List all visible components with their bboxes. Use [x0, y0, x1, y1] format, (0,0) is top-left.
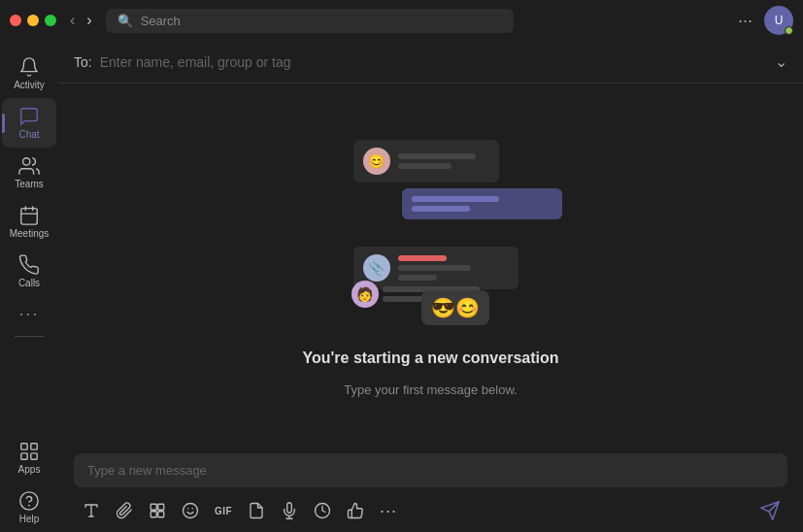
chat-icon — [18, 106, 40, 127]
svg-rect-13 — [151, 512, 156, 517]
to-label: To: — [74, 54, 92, 70]
sidebar-item-calls[interactable]: Calls — [2, 247, 56, 296]
minimize-button[interactable] — [27, 15, 39, 26]
loop-button[interactable] — [142, 495, 173, 526]
to-input[interactable] — [100, 54, 767, 70]
message-input[interactable] — [87, 463, 774, 478]
sidebar-item-help[interactable]: Help — [2, 482, 56, 532]
toolbar-more-button[interactable]: ··· — [373, 495, 404, 526]
illustration-bubble-1: 😊 — [353, 140, 499, 183]
illustration-avatar-3: 🧑 — [351, 281, 379, 308]
bubble-line — [398, 153, 476, 159]
sidebar: Activity Chat Teams — [0, 0, 58, 532]
forward-arrow[interactable]: › — [83, 10, 95, 31]
sidebar-label-chat: Chat — [18, 129, 39, 140]
svg-rect-14 — [158, 512, 164, 517]
conversation-area: 😊 📎 — [58, 83, 803, 444]
sidebar-label-teams: Teams — [15, 179, 43, 189]
illustration-avatar-2: 📎 — [363, 254, 390, 282]
illustration-emoji-bubble: 😎😊 — [421, 290, 489, 325]
sidebar-item-meetings[interactable]: Meetings — [2, 197, 56, 247]
maximize-button[interactable] — [45, 15, 56, 26]
bubble-line — [412, 206, 470, 212]
bell-icon — [18, 56, 40, 78]
calendar-icon — [18, 205, 40, 226]
sidebar-label-calls: Calls — [18, 278, 40, 288]
avatar[interactable]: U — [764, 6, 793, 35]
svg-point-15 — [184, 504, 198, 518]
svg-rect-12 — [158, 504, 164, 510]
search-bar[interactable]: 🔍 — [106, 9, 514, 33]
chevron-down-icon[interactable]: ⌄ — [775, 52, 787, 71]
send-button[interactable] — [754, 495, 786, 526]
svg-rect-5 — [21, 444, 27, 449]
sidebar-item-activity[interactable]: Activity — [2, 49, 56, 98]
traffic-lights — [10, 15, 56, 26]
phone-icon — [18, 254, 40, 276]
bubble-line — [398, 255, 447, 261]
svg-rect-1 — [21, 209, 38, 225]
main-content: To: ⌄ 😊 — [58, 41, 803, 532]
status-indicator — [785, 26, 793, 35]
attach-button[interactable] — [109, 495, 140, 526]
sidebar-item-apps[interactable]: Apps — [2, 433, 56, 482]
chat-illustration: 😊 📎 — [324, 130, 538, 324]
sidebar-label-meetings: Meetings — [10, 228, 50, 239]
svg-rect-7 — [21, 453, 27, 459]
sidebar-item-chat[interactable]: Chat — [2, 98, 56, 148]
sidebar-label-apps: Apps — [18, 464, 41, 475]
illustration-emoji: 😎😊 — [431, 296, 480, 319]
titlebar: ‹ › 🔍 ··· U — [0, 0, 803, 41]
svg-point-0 — [23, 158, 30, 165]
conversation-title: You're starting a new conversation — [302, 349, 558, 367]
sticker-button[interactable] — [241, 495, 272, 526]
sidebar-label-help: Help — [19, 514, 40, 524]
teams-icon — [18, 155, 40, 177]
svg-rect-8 — [31, 453, 37, 459]
bubble-line — [412, 196, 499, 202]
like-button[interactable] — [340, 495, 371, 526]
to-header: To: ⌄ — [58, 41, 803, 83]
search-icon: 🔍 — [117, 14, 133, 28]
format-button[interactable] — [76, 495, 107, 526]
illustration-bubble-2 — [402, 188, 562, 219]
conversation-subtitle: Type your first message below. — [344, 382, 517, 397]
sidebar-item-teams[interactable]: Teams — [2, 148, 56, 197]
gif-button[interactable]: GIF — [208, 495, 239, 526]
bubble-lines-3 — [398, 255, 471, 281]
svg-point-9 — [20, 492, 38, 510]
help-icon — [18, 490, 40, 512]
message-toolbar: GIF — [74, 495, 787, 526]
message-area: GIF — [58, 444, 803, 532]
apps-icon — [18, 441, 40, 462]
bubble-line — [398, 163, 452, 169]
schedule-button[interactable] — [307, 495, 338, 526]
bubble-lines-1 — [398, 153, 476, 169]
bubble-line — [398, 265, 471, 271]
sidebar-divider — [15, 336, 44, 337]
sidebar-item-more[interactable]: ··· — [2, 296, 56, 332]
close-button[interactable] — [10, 15, 21, 26]
more-icon: ··· — [18, 304, 39, 324]
bubble-lines-2 — [412, 196, 499, 212]
nav-arrows: ‹ › — [66, 10, 96, 31]
svg-rect-6 — [31, 444, 37, 449]
sidebar-label-activity: Activity — [14, 80, 45, 90]
illustration-avatar-1: 😊 — [363, 148, 390, 175]
avatar-initials: U — [775, 14, 784, 27]
emoji-button[interactable] — [175, 495, 206, 526]
svg-rect-11 — [151, 504, 156, 510]
titlebar-right: ··· U — [738, 6, 793, 35]
search-input[interactable] — [141, 14, 502, 28]
more-options-icon[interactable]: ··· — [738, 11, 753, 31]
audio-button[interactable] — [274, 495, 305, 526]
back-arrow[interactable]: ‹ — [66, 10, 79, 31]
message-input-box[interactable] — [74, 453, 787, 487]
active-indicator — [2, 114, 5, 133]
